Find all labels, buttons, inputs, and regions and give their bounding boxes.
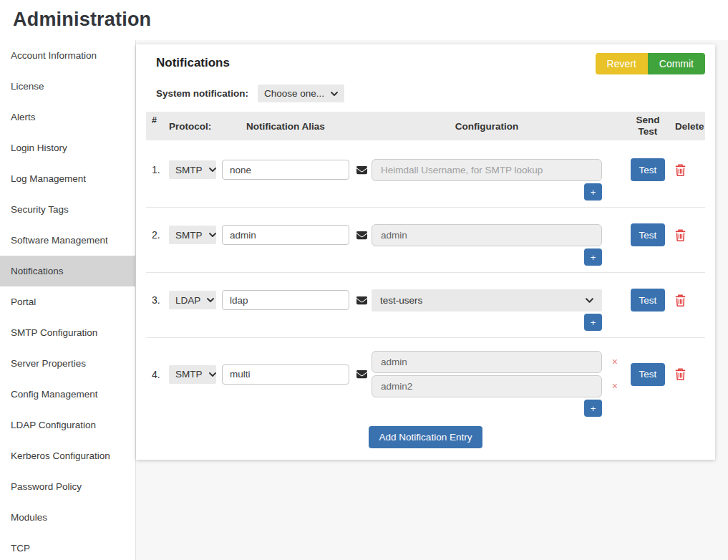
configuration-input[interactable]: [372, 351, 602, 373]
delete-row-trash-icon[interactable]: [675, 368, 686, 380]
protocol-select[interactable]: SMTP: [169, 160, 216, 179]
header-notification-alias: Notification Alias: [222, 121, 349, 132]
row-number: 1.: [152, 164, 166, 175]
header-number: #: [152, 115, 166, 125]
delete-row-trash-icon[interactable]: [675, 229, 686, 241]
notification-row-1: 1. SMTP Test: [146, 140, 705, 208]
header-protocol: Protocol:: [169, 121, 216, 132]
chevron-down-icon: [586, 298, 593, 303]
protocol-select[interactable]: LDAP: [169, 291, 216, 309]
sidebar-item-security-tags[interactable]: Security Tags: [0, 194, 135, 225]
row-number: 3.: [152, 294, 166, 306]
page-header: Administration: [0, 0, 728, 40]
header-send-test: Send Test: [631, 115, 665, 137]
system-notification-label: System notification:: [156, 88, 248, 99]
configuration-select[interactable]: test-users: [372, 289, 602, 312]
test-button[interactable]: Test: [631, 363, 665, 386]
test-button[interactable]: Test: [631, 158, 665, 181]
admin-sidebar: Account Information License Alerts Login…: [0, 40, 136, 560]
notification-alias-input[interactable]: [222, 290, 349, 310]
system-notification-select[interactable]: Choose one...: [258, 85, 344, 102]
notifications-heading: Notifications: [156, 56, 230, 70]
header-delete: Delete: [675, 121, 697, 132]
envelope-icon: [355, 295, 368, 306]
sidebar-item-alerts[interactable]: Alerts: [0, 102, 135, 132]
sidebar-item-portal[interactable]: Portal: [0, 286, 135, 317]
sidebar-item-smtp-configuration[interactable]: SMTP Configuration: [0, 317, 135, 348]
envelope-icon: [355, 165, 368, 175]
add-config-line-button[interactable]: +: [584, 314, 602, 331]
sidebar-item-server-properties[interactable]: Server Properties: [0, 348, 135, 379]
notifications-card: Notifications Revert Commit System notif…: [136, 44, 715, 460]
notification-row-3: 3. LDAP test-users Test: [146, 273, 705, 338]
chevron-down-icon: [209, 372, 216, 377]
protocol-select[interactable]: SMTP: [169, 226, 216, 244]
test-button[interactable]: Test: [631, 289, 665, 312]
protocol-select[interactable]: SMTP: [169, 365, 216, 384]
notification-alias-input[interactable]: [222, 160, 349, 180]
notification-alias-input[interactable]: [222, 225, 349, 245]
configuration-input[interactable]: [372, 224, 602, 246]
chevron-down-icon: [209, 233, 216, 237]
notification-row-4: 4. SMTP ×: [146, 338, 705, 420]
add-config-line-button[interactable]: +: [584, 183, 602, 201]
sidebar-item-config-management[interactable]: Config Management: [0, 379, 135, 410]
sidebar-item-kerberos-configuration[interactable]: Kerberos Configuration: [0, 440, 135, 471]
envelope-icon: [355, 230, 368, 241]
sidebar-item-license[interactable]: License: [0, 71, 135, 102]
add-config-line-button[interactable]: +: [584, 248, 602, 266]
sidebar-item-ldap-configuration[interactable]: LDAP Configuration: [0, 410, 135, 440]
notifications-table-header: # Protocol: Notification Alias Configura…: [146, 112, 705, 140]
remove-config-icon[interactable]: ×: [612, 357, 618, 367]
main-content: Notifications Revert Commit System notif…: [136, 40, 728, 560]
configuration-input[interactable]: [372, 159, 602, 181]
delete-row-trash-icon[interactable]: [675, 164, 686, 176]
sidebar-item-password-policy[interactable]: Password Policy: [0, 471, 135, 502]
notification-alias-input[interactable]: [222, 365, 349, 385]
chevron-down-icon: [331, 92, 338, 96]
sidebar-item-modules[interactable]: Modules: [0, 502, 135, 533]
sidebar-item-notifications[interactable]: Notifications: [0, 256, 135, 286]
notification-row-2: 2. SMTP Test: [146, 208, 705, 273]
remove-config-icon[interactable]: ×: [612, 381, 618, 391]
test-button[interactable]: Test: [631, 223, 665, 246]
page-title: Administration: [13, 9, 728, 31]
system-notification-value: Choose one...: [264, 88, 324, 99]
configuration-input[interactable]: [372, 375, 602, 397]
chevron-down-icon: [207, 298, 214, 302]
row-number: 4.: [152, 369, 166, 380]
envelope-icon: [355, 369, 368, 380]
revert-commit-group: Revert Commit: [596, 53, 705, 74]
row-number: 2.: [152, 229, 166, 241]
add-notification-entry-button[interactable]: Add Notification Entry: [369, 426, 483, 448]
chevron-down-icon: [209, 168, 216, 172]
header-configuration: Configuration: [372, 121, 602, 132]
revert-button[interactable]: Revert: [596, 53, 648, 74]
delete-row-trash-icon[interactable]: [675, 294, 686, 306]
sidebar-item-login-history[interactable]: Login History: [0, 132, 135, 163]
sidebar-item-account-information[interactable]: Account Information: [0, 40, 135, 71]
sidebar-item-software-management[interactable]: Software Management: [0, 225, 135, 256]
sidebar-item-tcp[interactable]: TCP: [0, 533, 135, 560]
sidebar-item-log-management[interactable]: Log Management: [0, 163, 135, 194]
commit-button[interactable]: Commit: [648, 53, 705, 74]
add-config-line-button[interactable]: +: [584, 400, 602, 417]
